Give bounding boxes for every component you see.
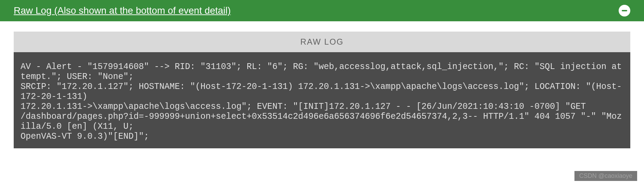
section-header: Raw Log (Also shown at the bottom of eve…: [0, 0, 644, 21]
raw-log-content: AV - Alert - "1579914608" --> RID: "3110…: [14, 52, 630, 148]
section-title-link[interactable]: Raw Log (Also shown at the bottom of eve…: [14, 5, 231, 16]
watermark-text: CSDN @caoxiaoye: [574, 171, 637, 181]
raw-log-section: Raw Log (Also shown at the bottom of eve…: [0, 0, 644, 183]
collapse-button[interactable]: [619, 5, 630, 16]
panel-container: RAW LOG AV - Alert - "1579914608" --> RI…: [0, 21, 644, 148]
panel-title: RAW LOG: [14, 32, 630, 52]
